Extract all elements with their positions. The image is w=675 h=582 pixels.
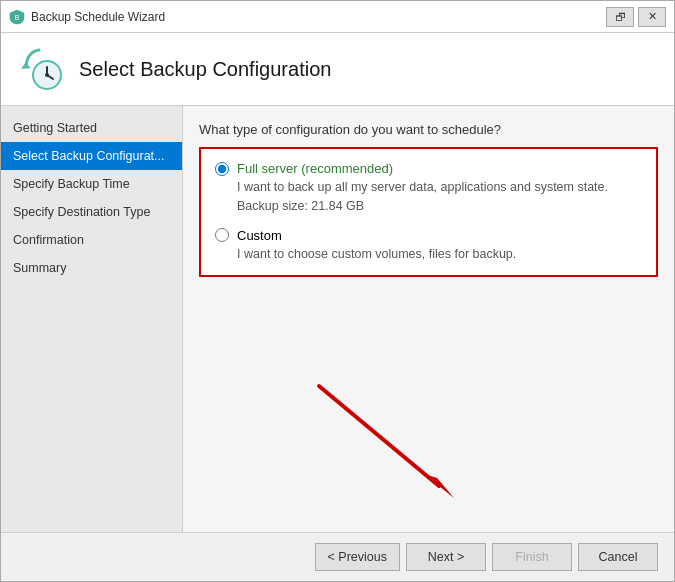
svg-marker-1 [21, 63, 31, 69]
next-button[interactable]: Next > [406, 543, 486, 571]
app-icon: B [9, 9, 25, 25]
radio-full-server[interactable] [215, 162, 229, 176]
svg-point-5 [45, 73, 49, 77]
cancel-button[interactable]: Cancel [578, 543, 658, 571]
page-title: Select Backup Configuration [79, 58, 331, 81]
option-custom-label[interactable]: Custom [215, 228, 642, 243]
arrow-area [199, 277, 658, 516]
finish-button[interactable]: Finish [492, 543, 572, 571]
sidebar-item-summary[interactable]: Summary [1, 254, 182, 282]
sidebar-item-confirmation[interactable]: Confirmation [1, 226, 182, 254]
svg-line-6 [319, 386, 439, 486]
option-custom-desc: I want to choose custom volumes, files f… [237, 245, 642, 264]
option-full-server-desc1: I want to back up all my server data, ap… [237, 178, 642, 197]
title-bar-left: B Backup Schedule Wizard [9, 9, 165, 25]
previous-button[interactable]: < Previous [315, 543, 400, 571]
sidebar-item-specify-destination[interactable]: Specify Destination Type [1, 198, 182, 226]
radio-custom[interactable] [215, 228, 229, 242]
option-full-server-title: Full server (recommended) [237, 161, 393, 176]
main-content: Getting Started Select Backup Configurat… [1, 106, 674, 532]
sidebar: Getting Started Select Backup Configurat… [1, 106, 183, 532]
svg-text:B: B [15, 14, 20, 21]
option-full-server-desc2: Backup size: 21.84 GB [237, 197, 642, 216]
option-full-server-desc: I want to back up all my server data, ap… [237, 178, 642, 216]
option-full-server-label[interactable]: Full server (recommended) [215, 161, 642, 176]
content-area: What type of configuration do you want t… [183, 106, 674, 532]
title-bar-controls: 🗗 ✕ [606, 7, 666, 27]
option-full-server: Full server (recommended) I want to back… [215, 161, 642, 216]
header: Select Backup Configuration [1, 33, 674, 106]
question-text: What type of configuration do you want t… [199, 122, 658, 137]
window-title: Backup Schedule Wizard [31, 10, 165, 24]
option-custom-desc1: I want to choose custom volumes, files f… [237, 245, 642, 264]
title-bar: B Backup Schedule Wizard 🗗 ✕ [1, 1, 674, 33]
window: B Backup Schedule Wizard 🗗 ✕ Sele [0, 0, 675, 582]
close-button[interactable]: ✕ [638, 7, 666, 27]
sidebar-item-select-backup[interactable]: Select Backup Configurat... [1, 142, 182, 170]
header-icon [17, 45, 65, 93]
restore-button[interactable]: 🗗 [606, 7, 634, 27]
footer: < Previous Next > Finish Cancel [1, 532, 674, 581]
sidebar-item-specify-time[interactable]: Specify Backup Time [1, 170, 182, 198]
sidebar-item-getting-started[interactable]: Getting Started [1, 114, 182, 142]
options-box: Full server (recommended) I want to back… [199, 147, 658, 277]
arrow-indicator [279, 366, 499, 516]
option-custom-title: Custom [237, 228, 282, 243]
option-custom: Custom I want to choose custom volumes, … [215, 228, 642, 264]
